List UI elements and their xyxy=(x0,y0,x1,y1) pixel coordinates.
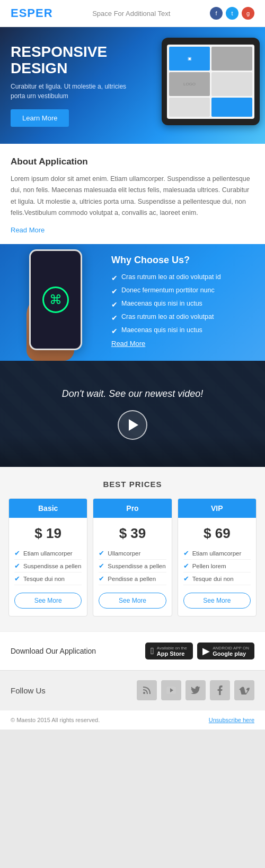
hero-title: RESPONSIVE DESIGN xyxy=(11,44,127,77)
phone-illustration: ⌘ xyxy=(0,244,106,361)
basic-see-more-button[interactable]: See More xyxy=(14,593,82,609)
rss-icon[interactable] xyxy=(137,680,157,700)
checkmark-icon: ✔ xyxy=(111,287,118,296)
hero-subtitle: Curabitur et ligula. Ut molestie a, ultr… xyxy=(11,82,127,101)
copyright-text: © Maesto 2015 All rights reserved. xyxy=(11,717,100,723)
pricing-title: BEST PRICES xyxy=(8,480,257,489)
why-item-3: ✔ Maecenas quis nisi in uctus xyxy=(111,300,257,309)
header-social-icons: f t g xyxy=(210,7,254,20)
price-card-basic: Basic $ 19 ✔ Etiam ullamcorper ✔ Suspend… xyxy=(8,498,87,617)
store-badges:  Available on the App Store ▶ ANDROID A… xyxy=(145,643,254,659)
why-item-1: ✔ Cras rutrum leo at odio volutpat id xyxy=(111,273,257,282)
appstore-name: App Store xyxy=(157,650,187,657)
header-tagline: Space For Additional Text xyxy=(92,10,170,18)
checkmark-icon: ✔ xyxy=(111,300,118,309)
hero-content: RESPONSIVE DESIGN Curabitur et ligula. U… xyxy=(11,44,127,127)
pricing-grid: Basic $ 19 ✔ Etiam ullamcorper ✔ Suspend… xyxy=(8,498,257,617)
pricing-section: BEST PRICES Basic $ 19 ✔ Etiam ullamcorp… xyxy=(0,467,265,631)
price-header-vip: VIP xyxy=(178,499,256,518)
checkmark-icon: ✔ xyxy=(111,327,118,335)
phone-logo-icon: ⌘ xyxy=(42,287,69,313)
googleplus-header-icon[interactable]: g xyxy=(242,7,254,20)
tablet-cell xyxy=(211,72,252,96)
checkmark-icon: ✔ xyxy=(14,562,20,570)
apple-icon:  xyxy=(151,646,154,657)
checkmark-icon: ✔ xyxy=(183,575,189,583)
facebook-header-icon[interactable]: f xyxy=(210,7,223,20)
checkmark-icon: ✔ xyxy=(183,562,189,570)
hero-cta-button[interactable]: Learn More xyxy=(11,109,69,127)
price-card-pro: Pro $ 39 ✔ Ullamcorper ✔ Suspendisse a p… xyxy=(93,498,172,617)
googleplay-badge[interactable]: ▶ ANDROID APP ON Google play xyxy=(197,643,254,659)
twitter-header-icon[interactable]: t xyxy=(226,7,238,20)
download-text: Download Our Application xyxy=(11,647,137,655)
svg-point-0 xyxy=(143,692,145,694)
download-section: Download Our Application  Available on … xyxy=(0,631,265,670)
why-item-5: ✔ Maecenas quis nisi in uctus xyxy=(111,326,257,335)
price-feature: ✔ Etiam ullamcorper xyxy=(183,547,251,560)
checkmark-icon: ✔ xyxy=(183,549,189,557)
follow-us-section: Follow Us xyxy=(0,670,265,710)
vimeo-icon[interactable] xyxy=(234,680,254,700)
checkmark-icon: ✔ xyxy=(99,549,104,557)
follow-icons xyxy=(104,680,254,700)
why-item-2: ✔ Donec fermentum porttitor nunc xyxy=(111,287,257,296)
checkmark-icon: ✔ xyxy=(111,274,118,282)
price-features-basic: ✔ Etiam ullamcorper ✔ Suspendisse a pell… xyxy=(9,547,87,593)
footer: © Maesto 2015 All rights reserved. Unsub… xyxy=(0,710,265,730)
price-feature: ✔ Pellen lorem xyxy=(183,560,251,572)
about-section: About Application Lorem ipsum dolor sit … xyxy=(0,144,265,244)
about-body: Lorem ipsum dolor sit amet enim. Etiam u… xyxy=(11,173,254,219)
checkmark-icon: ✔ xyxy=(14,575,20,583)
price-header-pro: Pro xyxy=(93,499,171,518)
why-choose-us-section: ⌘ Why Choose Us? ✔ Cras rutrum leo at od… xyxy=(0,244,265,361)
video-section: Don't wait. See our newest video! xyxy=(0,361,265,467)
price-features-pro: ✔ Ullamcorper ✔ Suspendisse a pellen ✔ P… xyxy=(93,547,171,593)
tablet-cell xyxy=(169,98,210,117)
price-feature: ✔ Ullamcorper xyxy=(99,547,166,560)
why-content: Why Choose Us? ✔ Cras rutrum leo at odio… xyxy=(106,244,265,361)
why-title: Why Choose Us? xyxy=(111,255,257,266)
twitter-icon[interactable] xyxy=(186,680,206,700)
googleplay-icon: ▶ xyxy=(202,645,210,657)
price-amount-vip: $ 69 xyxy=(178,518,256,547)
hero-tablet-image: ▣ LOGO xyxy=(154,32,265,138)
checkmark-icon: ✔ xyxy=(14,549,20,557)
appstore-badge[interactable]:  Available on the App Store xyxy=(145,643,193,659)
pro-see-more-button[interactable]: See More xyxy=(99,593,166,609)
price-feature: ✔ Suspendisse a pellen xyxy=(99,560,166,572)
price-feature: ✔ Tesque dui non xyxy=(14,572,82,585)
googleplay-sub: ANDROID APP ON xyxy=(213,646,249,650)
checkmark-icon: ✔ xyxy=(99,562,104,570)
logo: ESPER xyxy=(11,6,53,20)
youtube-icon[interactable] xyxy=(161,680,181,700)
about-read-more-link[interactable]: Read More xyxy=(11,226,45,234)
price-feature: ✔ Pendisse a pellen xyxy=(99,572,166,585)
price-header-basic: Basic xyxy=(9,499,87,518)
tablet-cell: ▣ xyxy=(169,47,210,71)
facebook-icon[interactable] xyxy=(210,680,230,700)
tablet-cell: LOGO xyxy=(169,72,210,96)
price-features-vip: ✔ Etiam ullamcorper ✔ Pellen lorem ✔ Tes… xyxy=(178,547,256,593)
checkmark-icon: ✔ xyxy=(111,314,118,322)
video-bg-decoration xyxy=(0,435,265,467)
price-card-vip: VIP $ 69 ✔ Etiam ullamcorper ✔ Pellen lo… xyxy=(178,498,257,617)
video-text: Don't wait. See our newest video! xyxy=(62,388,204,400)
vip-see-more-button[interactable]: See More xyxy=(183,593,251,609)
price-feature: ✔ Etiam ullamcorper xyxy=(14,547,82,560)
price-amount-basic: $ 19 xyxy=(9,518,87,547)
header: ESPER Space For Additional Text f t g xyxy=(0,0,265,27)
price-feature: ✔ Suspendisse a pellen xyxy=(14,560,82,572)
checkmark-icon: ✔ xyxy=(99,575,104,583)
play-triangle-icon xyxy=(129,419,138,431)
why-read-more-link[interactable]: Read More xyxy=(111,340,257,348)
follow-us-label: Follow Us xyxy=(11,686,95,695)
price-amount-pro: $ 39 xyxy=(93,518,171,547)
tablet-cell xyxy=(211,47,252,71)
hero-banner: RESPONSIVE DESIGN Curabitur et ligula. U… xyxy=(0,27,265,144)
about-title: About Application xyxy=(11,157,254,167)
why-item-4: ✔ Cras rutrum leo at odio volutpat xyxy=(111,313,257,322)
tablet-cell xyxy=(211,98,252,117)
unsubscribe-link[interactable]: Unsubscribe here xyxy=(209,717,254,723)
googleplay-name: Google play xyxy=(213,650,249,657)
